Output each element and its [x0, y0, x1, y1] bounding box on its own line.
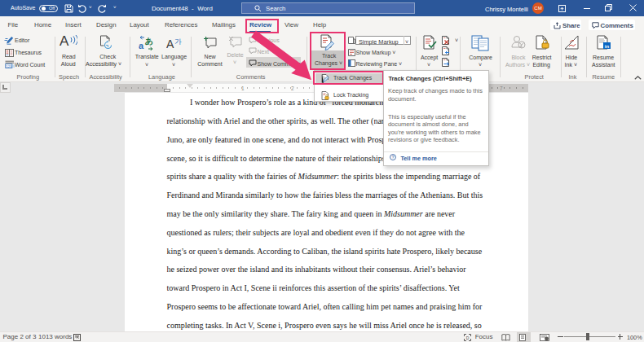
svg-text:D: D — [465, 335, 469, 340]
svg-text:123: 123 — [6, 64, 12, 68]
svg-text:in: in — [605, 44, 610, 49]
svg-text:a: a — [139, 41, 144, 50]
svg-text:?: ? — [391, 155, 394, 160]
svg-text:あ: あ — [145, 37, 153, 46]
svg-text:A: A — [166, 37, 174, 50]
svg-text:가: 가 — [174, 37, 182, 46]
